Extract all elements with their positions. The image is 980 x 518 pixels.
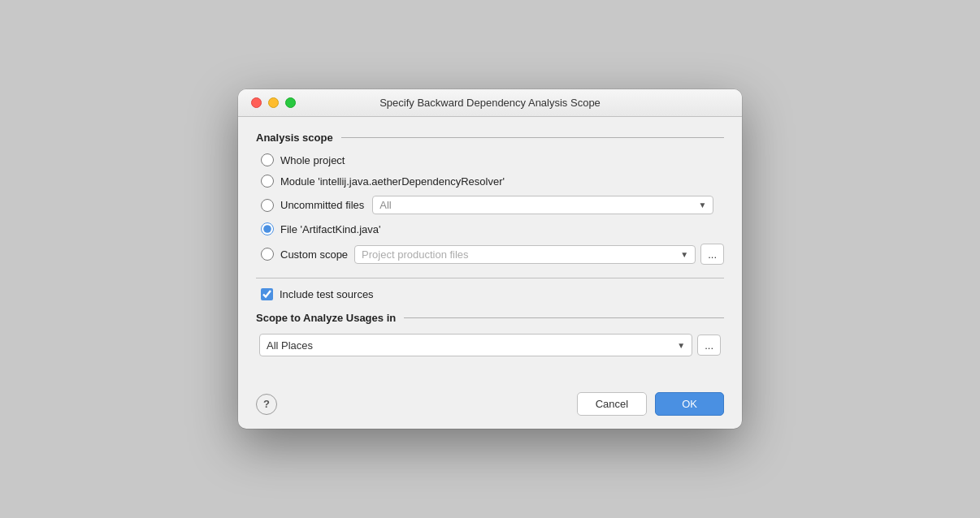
minimize-button[interactable] bbox=[268, 97, 279, 108]
uncommitted-dropdown-arrow: ▼ bbox=[698, 201, 706, 209]
title-bar-buttons bbox=[251, 97, 296, 108]
custom-scope-dropdown-arrow: ▼ bbox=[680, 250, 688, 259]
include-test-sources-label: Include test sources bbox=[280, 288, 374, 300]
help-button[interactable]: ? bbox=[256, 394, 277, 415]
radio-row-module: Module 'intellij.java.aetherDependencyRe… bbox=[261, 175, 724, 188]
scope-analyze-controls: All Places ▼ ... bbox=[256, 334, 724, 356]
close-button[interactable] bbox=[251, 97, 262, 108]
uncommitted-dropdown-value: All bbox=[379, 199, 391, 211]
radio-whole-project-label: Whole project bbox=[280, 154, 345, 166]
all-places-dropdown[interactable]: All Places ▼ bbox=[259, 334, 692, 356]
scope-analyze-section: Scope to Analyze Usages in All Places ▼ … bbox=[256, 312, 724, 356]
footer-right: Cancel OK bbox=[577, 392, 724, 416]
all-places-dropdown-arrow: ▼ bbox=[677, 341, 685, 350]
radio-file[interactable] bbox=[261, 222, 274, 235]
dialog-content: Analysis scope Whole project Module 'int… bbox=[238, 117, 742, 384]
uncommitted-dropdown[interactable]: All ▼ bbox=[372, 196, 713, 214]
radio-uncommitted-label: Uncommitted files bbox=[280, 199, 364, 211]
radio-module[interactable] bbox=[261, 175, 274, 188]
cancel-button[interactable]: Cancel bbox=[577, 392, 647, 416]
ok-button[interactable]: OK bbox=[655, 392, 724, 416]
include-test-sources-row: Include test sources bbox=[256, 288, 724, 300]
scope-analyze-header: Scope to Analyze Usages in bbox=[256, 312, 724, 324]
radio-whole-project[interactable] bbox=[261, 153, 274, 166]
title-bar: Specify Backward Dependency Analysis Sco… bbox=[238, 89, 742, 117]
separator-1 bbox=[256, 278, 724, 278]
dialog-footer: ? Cancel OK bbox=[238, 384, 742, 429]
custom-scope-controls: Project production files ▼ ... bbox=[354, 244, 724, 265]
analysis-scope-header: Analysis scope bbox=[256, 132, 724, 144]
radio-row-custom: Custom scope Project production files ▼ … bbox=[261, 244, 724, 265]
radio-custom-label: Custom scope bbox=[280, 248, 348, 261]
dialog: Specify Backward Dependency Analysis Sco… bbox=[238, 89, 742, 429]
radio-row-uncommitted: Uncommitted files All ▼ bbox=[261, 196, 724, 214]
include-test-sources-checkbox[interactable] bbox=[261, 288, 273, 300]
radio-row-file: File 'ArtifactKind.java' bbox=[261, 222, 724, 235]
radio-custom[interactable] bbox=[261, 248, 274, 261]
scope-analyze-ellipsis-button[interactable]: ... bbox=[697, 335, 721, 356]
radio-row-whole-project: Whole project bbox=[261, 153, 724, 166]
radio-module-label: Module 'intellij.java.aetherDependencyRe… bbox=[280, 175, 505, 188]
radio-file-label: File 'ArtifactKind.java' bbox=[280, 223, 380, 235]
custom-scope-dropdown[interactable]: Project production files ▼ bbox=[354, 245, 696, 264]
radio-uncommitted[interactable] bbox=[261, 199, 274, 212]
custom-scope-ellipsis-button[interactable]: ... bbox=[700, 244, 724, 265]
custom-scope-placeholder: Project production files bbox=[362, 248, 469, 261]
maximize-button[interactable] bbox=[285, 97, 296, 108]
analysis-scope-radio-group: Whole project Module 'intellij.java.aeth… bbox=[256, 153, 724, 265]
all-places-value: All Places bbox=[267, 339, 313, 352]
dialog-title: Specify Backward Dependency Analysis Sco… bbox=[379, 97, 601, 109]
